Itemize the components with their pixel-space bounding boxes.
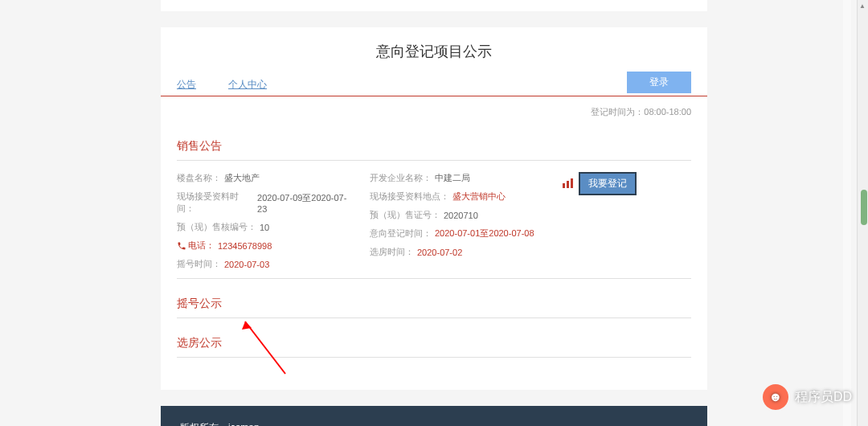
building-name-value: 盛大地产 (224, 172, 260, 184)
dev-company-label: 开发企业名称： (370, 172, 432, 184)
register-button[interactable]: 我要登记 (579, 172, 637, 195)
footer: 版权所有：iceman 网站标识码：956007 网站技术支持热线：132333… (161, 406, 707, 426)
presale-num-label: 预（现）售核编号： (177, 221, 256, 233)
building-name-label: 楼盘名称： (177, 172, 221, 184)
top-white-band (161, 0, 707, 11)
presale-num-value: 10 (260, 223, 269, 232)
intent-time-label: 意向登记时间： (370, 227, 432, 240)
presale-cert-value: 2020710 (444, 211, 478, 220)
scrollbar-up-arrow-icon[interactable]: ▲ (857, 0, 868, 11)
phone-label: 电话： (188, 240, 215, 252)
onsite-place-label: 现场接受资料地点： (370, 190, 449, 203)
watermark-avatar-icon: ☻ (763, 384, 788, 410)
select-time-label: 选房时间： (370, 246, 414, 258)
onsite-time-label: 现场接受资料时间： (177, 190, 254, 215)
lottery-time-value: 2020-07-03 (224, 260, 269, 269)
svg-rect-1 (567, 181, 569, 188)
select-time-value: 2020-07-02 (417, 248, 462, 257)
login-button[interactable]: 登录 (627, 72, 691, 93)
sale-info-grid: 楼盘名称： 盛大地产 现场接受资料时间： 2020-07-09至2020-07-… (177, 169, 691, 273)
phone-icon (177, 241, 186, 251)
select-notice-title: 选房公示 (177, 330, 691, 358)
intent-time-value: 2020-07-01至2020-07-08 (435, 227, 534, 240)
sale-notice-title: 销售公告 (177, 133, 691, 161)
footer-copyright: 版权所有：iceman (180, 420, 688, 426)
page-scrollbar-thumb[interactable] (861, 190, 867, 225)
onsite-time-value: 2020-07-09至2020-07-23 (257, 192, 354, 214)
watermark: ☻ 程序员DD (763, 384, 852, 410)
onsite-place-value: 盛大营销中心 (452, 190, 506, 203)
lottery-notice-title: 摇号公示 (177, 290, 691, 318)
bar-chart-icon (563, 178, 574, 190)
lottery-time-label: 摇号时间： (177, 258, 221, 270)
nav-notice-link[interactable]: 公告 (177, 78, 196, 92)
phone-value: 12345678998 (218, 241, 272, 251)
watermark-text: 程序员DD (795, 389, 852, 406)
svg-rect-0 (563, 183, 565, 188)
dev-company-value: 中建二局 (435, 172, 470, 184)
register-time-notice: 登记时间为：08:00-18:00 (161, 96, 707, 125)
nav-row: 公告 个人中心 登录 (161, 74, 707, 96)
presale-cert-label: 预（现）售证号： (370, 209, 440, 221)
svg-rect-2 (571, 178, 573, 188)
main-card: 意向登记项目公示 公告 个人中心 登录 登记时间为：08:00-18:00 销售… (161, 27, 707, 390)
page-title: 意向登记项目公示 (161, 27, 707, 74)
nav-personal-link[interactable]: 个人中心 (228, 78, 267, 92)
inner-scrollbar-track[interactable] (843, 0, 851, 426)
